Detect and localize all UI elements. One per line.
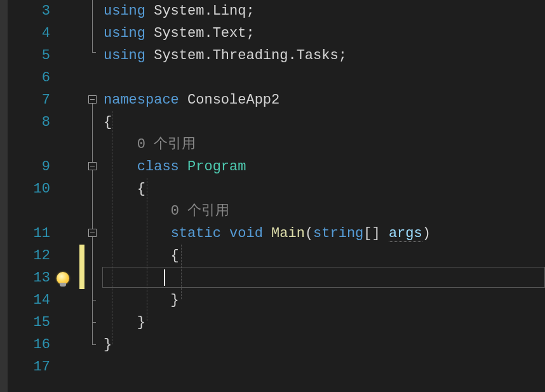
code-line-current[interactable] — [102, 267, 545, 289]
code-line[interactable]: } — [102, 289, 545, 311]
code-line[interactable]: using System.Linq; — [102, 0, 545, 22]
code-content[interactable]: using System.Linq; using System.Text; us… — [102, 0, 545, 392]
fold-structure-line — [92, 52, 96, 53]
line-number: 7 — [8, 89, 55, 111]
line-number: 8 — [8, 111, 55, 133]
code-editor[interactable]: 3 4 5 6 7 8 9 10 11 12 13 14 15 16 17 — [0, 0, 545, 392]
line-number: 13 — [8, 267, 55, 289]
fold-structure-line — [92, 170, 93, 234]
text-cursor — [164, 269, 165, 286]
fold-toggle[interactable] — [88, 95, 97, 104]
line-number: 3 — [8, 0, 55, 22]
fold-toggle[interactable] — [88, 162, 97, 170]
fold-gutter — [87, 0, 102, 392]
code-line[interactable]: } — [102, 311, 545, 334]
editor-margin — [55, 0, 87, 392]
line-number: 10 — [8, 178, 55, 200]
code-line[interactable]: using System.Threading.Tasks; — [102, 44, 545, 67]
code-line[interactable]: static void Main(string[] args) — [102, 222, 545, 245]
change-indicator — [79, 245, 84, 289]
line-number: 6 — [8, 67, 55, 89]
fold-structure-line — [92, 301, 93, 323]
codelens-references[interactable]: 0 个引用 — [102, 200, 545, 222]
codelens-references[interactable]: 0 个引用 — [102, 133, 545, 156]
line-number: 16 — [8, 334, 55, 356]
code-line[interactable]: { — [102, 111, 545, 133]
line-number: 15 — [8, 311, 55, 334]
line-number: 12 — [8, 245, 55, 267]
code-line[interactable]: class Program — [102, 156, 545, 178]
line-number: 9 — [8, 156, 55, 178]
code-line[interactable]: } — [102, 334, 545, 356]
line-number: 11 — [8, 222, 55, 245]
code-line[interactable]: using System.Text; — [102, 22, 545, 44]
fold-structure-line — [92, 237, 93, 301]
fold-toggle[interactable] — [88, 229, 97, 237]
line-number-gutter: 3 4 5 6 7 8 9 10 11 12 13 14 15 16 17 — [8, 0, 55, 392]
fold-structure-line — [92, 323, 93, 345]
line-number: 5 — [8, 44, 55, 67]
code-line[interactable] — [102, 356, 545, 378]
code-line[interactable]: { — [102, 178, 545, 200]
line-number: 4 — [8, 22, 55, 44]
line-number: 17 — [8, 356, 55, 378]
fold-structure-line — [92, 104, 93, 167]
left-margin-bar — [0, 0, 8, 392]
code-line[interactable] — [102, 67, 545, 89]
code-line[interactable]: { — [102, 245, 545, 267]
code-line[interactable]: namespace ConsoleApp2 — [102, 89, 545, 111]
fold-structure-line — [92, 344, 96, 345]
lightbulb-icon[interactable] — [57, 272, 69, 285]
line-number: 14 — [8, 289, 55, 311]
fold-structure-line — [92, 0, 93, 52]
